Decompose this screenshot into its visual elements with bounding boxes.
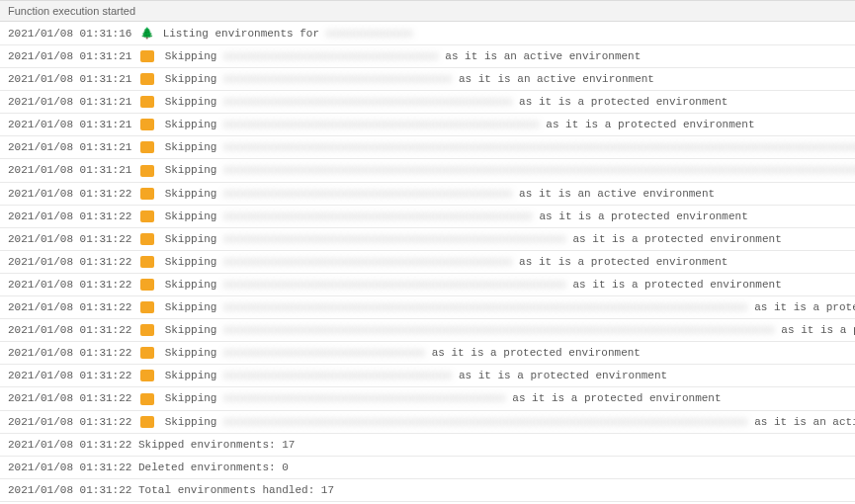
log-timestamp: 2021/01/08 01:31:22 — [8, 233, 131, 245]
log-row: 2021/01/08 01:31:22 Deleted environments… — [0, 456, 855, 478]
tree-icon: 🌲 — [140, 27, 154, 40]
redacted-text: xxxxxxxxxxxxxxxxxxxxxxxxxxxxxxxxxxxxxxxx… — [223, 96, 512, 108]
log-row: 2021/01/08 01:31:22 Skipping xxxxxxxxxxx… — [0, 342, 855, 365]
log-lead-text: Skipping — [158, 416, 223, 428]
skip-badge-icon — [140, 165, 154, 177]
log-lead-text: Skipping — [158, 392, 223, 404]
log-timestamp: 2021/01/08 01:31:21 — [8, 96, 131, 108]
redacted-text: xxxxxxxxxxxxxxxxxxxxxxxxxxxxxxxxxx — [223, 370, 452, 381]
log-tail-text: as it is a protected environment — [566, 279, 782, 291]
redacted-text: xxxxxxxxxxxxxxxxxxxxxxxxxxxxxxxxxxxxxxxx… — [223, 301, 747, 313]
redacted-text: xxxxxxxxxxxxxxxxxxxxxxxxxxxxxxxxxxxxxxxx… — [223, 416, 747, 428]
log-timestamp: 2021/01/08 01:31:22 — [8, 392, 131, 404]
log-body: Function execution started 2021/01/08 01… — [0, 1, 855, 502]
skip-badge-icon — [140, 188, 154, 200]
log-tail-text: as it is a protected environment — [452, 370, 667, 381]
log-lead-text: Skipped environments: 17 — [131, 439, 295, 451]
redacted-text: xxxxxxxxxxxxxxxxxxxxxxxxxxxxxxxxxxxxxxxx… — [223, 188, 512, 200]
log-tail-text: as it is a protected environment — [506, 392, 722, 404]
log-timestamp: 2021/01/08 01:31:22 — [8, 439, 131, 451]
log-cell: 2021/01/08 01:31:21 Skipping xxxxxxxxxxx… — [0, 45, 855, 68]
log-cell: 2021/01/08 01:31:22 Skipping xxxxxxxxxxx… — [0, 410, 855, 433]
log-timestamp: 2021/01/08 01:31:16 — [8, 28, 131, 40]
log-timestamp: 2021/01/08 01:31:22 — [8, 256, 131, 268]
log-timestamp: 2021/01/08 01:31:22 — [8, 188, 131, 200]
log-tail-text: as it is a protected environment — [425, 347, 641, 359]
log-lead-text: Skipping — [158, 301, 223, 313]
log-lead-text: Skipping — [158, 50, 223, 62]
log-timestamp: 2021/01/08 01:31:22 — [8, 301, 131, 313]
log-header-row: Function execution started — [0, 1, 855, 22]
redacted-text: xxxxxxxxxxxxxxxxxxxxxxxxxxxxxxxxxxxxxxxx… — [223, 392, 506, 404]
log-tail-text: as it is a protected environment — [566, 233, 782, 245]
log-timestamp: 2021/01/08 01:31:21 — [8, 50, 131, 62]
log-lead-text: Skipping — [158, 347, 223, 359]
log-tail-text: as it is a protected environment — [540, 119, 755, 130]
redacted-text: xxxxxxxxxxxxxxxxxxxxxxxxxxxxxxxxxxxxxxxx… — [223, 164, 855, 176]
redacted-text: xxxxxxxxxxxxxxxxxxxxxxxxxxxxxxxx — [223, 50, 439, 62]
log-row: 2021/01/08 01:31:22 Skipping xxxxxxxxxxx… — [0, 319, 855, 342]
redacted-text: xxxxxxxxxxxxxxxxxxxxxxxxxxxxxx — [223, 347, 425, 359]
skip-badge-icon — [140, 416, 154, 428]
log-lead-text: Skipping — [158, 96, 223, 108]
log-cell: 2021/01/08 01:31:21 Skipping xxxxxxxxxxx… — [0, 114, 855, 136]
log-cell: 2021/01/08 01:31:22 Skipping xxxxxxxxxxx… — [0, 205, 855, 227]
log-lead-text: Listing environments for — [156, 28, 326, 40]
log-row: 2021/01/08 01:31:21 Skipping xxxxxxxxxxx… — [0, 45, 855, 68]
log-row: 2021/01/08 01:31:22 Skipping xxxxxxxxxxx… — [0, 365, 855, 387]
log-lead-text: Skipping — [158, 233, 223, 245]
log-lead-text: Total environments handled: 17 — [131, 484, 334, 496]
log-lead-text: Skipping — [158, 256, 223, 268]
log-timestamp: 2021/01/08 01:31:22 — [8, 484, 131, 496]
skip-badge-icon — [140, 279, 154, 291]
log-row: 2021/01/08 01:31:22 Skipped environments… — [0, 433, 855, 456]
log-timestamp: 2021/01/08 01:31:22 — [8, 370, 131, 381]
log-cell: 2021/01/08 01:31:22 Skipping xxxxxxxxxxx… — [0, 365, 855, 387]
log-row: 2021/01/08 01:31:21 Skipping xxxxxxxxxxx… — [0, 68, 855, 91]
skip-badge-icon — [140, 324, 154, 336]
log-timestamp: 2021/01/08 01:31:22 — [8, 324, 131, 336]
log-tail-text: as it is a protected environment — [748, 301, 855, 313]
redacted-text: xxxxxxxxxxxxxxxxxxxxxxxxxxxxxxxxxx — [223, 73, 452, 85]
log-tail-text: as it is an active environment — [513, 188, 716, 200]
log-cell: 2021/01/08 01:31:22 Skipping xxxxxxxxxxx… — [0, 182, 855, 205]
skip-badge-icon — [140, 119, 154, 130]
log-cell: 2021/01/08 01:31:21 Skipping xxxxxxxxxxx… — [0, 136, 855, 159]
log-cell: 2021/01/08 01:31:21 Skipping xxxxxxxxxxx… — [0, 91, 855, 114]
log-lead-text: Skipping — [158, 164, 223, 176]
log-tail-text: as it is an active environment — [748, 416, 855, 428]
log-timestamp: 2021/01/08 01:31:21 — [8, 164, 131, 176]
log-row: 2021/01/08 01:31:21 Skipping xxxxxxxxxxx… — [0, 159, 855, 182]
log-lead-text: Skipping — [158, 370, 223, 381]
redacted-text: xxxxxxxxxxxxxxxxxxxxxxxxxxxxxxxxxxxxxxxx… — [223, 233, 566, 245]
redacted-text: xxxxxxxxxxxxxxxxxxxxxxxxxxxxxxxxxxxxxxxx… — [223, 210, 533, 222]
log-timestamp: 2021/01/08 01:31:21 — [8, 73, 131, 85]
log-row: 2021/01/08 01:31:21 Skipping xxxxxxxxxxx… — [0, 114, 855, 136]
log-cell: 2021/01/08 01:31:22 Skipping xxxxxxxxxxx… — [0, 250, 855, 273]
skip-badge-icon — [140, 50, 154, 62]
log-lead-text: Skipping — [158, 210, 223, 222]
log-cell: 2021/01/08 01:31:21 Skipping xxxxxxxxxxx… — [0, 68, 855, 91]
log-tail-text: as it is a protected environment — [533, 210, 748, 222]
redacted-text: xxxxxxxxxxxxxxxxxxxxxxxxxxxxxxxxxxxxxxxx… — [223, 324, 775, 336]
log-row: 2021/01/08 01:31:22 Total environments h… — [0, 478, 855, 501]
log-row: 2021/01/08 01:31:22 Skipping xxxxxxxxxxx… — [0, 205, 855, 227]
log-row: 2021/01/08 01:31:22 Skipping xxxxxxxxxxx… — [0, 387, 855, 410]
log-row: 2021/01/08 01:31:21 Skipping xxxxxxxxxxx… — [0, 91, 855, 114]
log-timestamp: 2021/01/08 01:31:22 — [8, 347, 131, 359]
log-cell: 2021/01/08 01:31:22 Total environments h… — [0, 478, 855, 501]
log-cell: 2021/01/08 01:31:22 Skipping xxxxxxxxxxx… — [0, 273, 855, 295]
log-tail-text: as it is a protected environment — [513, 96, 728, 108]
log-timestamp: 2021/01/08 01:31:21 — [8, 119, 131, 130]
log-tail-text: as it is a protected environment — [513, 256, 728, 268]
log-tail-text: as it is an active environment — [452, 73, 654, 85]
skip-badge-icon — [140, 393, 154, 405]
log-cell: 2021/01/08 01:31:22 Skipping xxxxxxxxxxx… — [0, 319, 855, 342]
log-timestamp: 2021/01/08 01:31:21 — [8, 141, 131, 153]
log-row: 2021/01/08 01:31:22 Skipping xxxxxxxxxxx… — [0, 250, 855, 273]
log-row: 2021/01/08 01:31:21 Skipping xxxxxxxxxxx… — [0, 136, 855, 159]
log-cell: 2021/01/08 01:31:16 🌲 Listing environmen… — [0, 22, 855, 45]
log-lead-text: Skipping — [158, 188, 223, 200]
log-cell: 2021/01/08 01:31:22 Deleted environments… — [0, 456, 855, 478]
redacted-text: xxxxxxxxxxxxxxxxxxxxxxxxxxxxxxxxxxxxxxxx… — [223, 141, 855, 153]
